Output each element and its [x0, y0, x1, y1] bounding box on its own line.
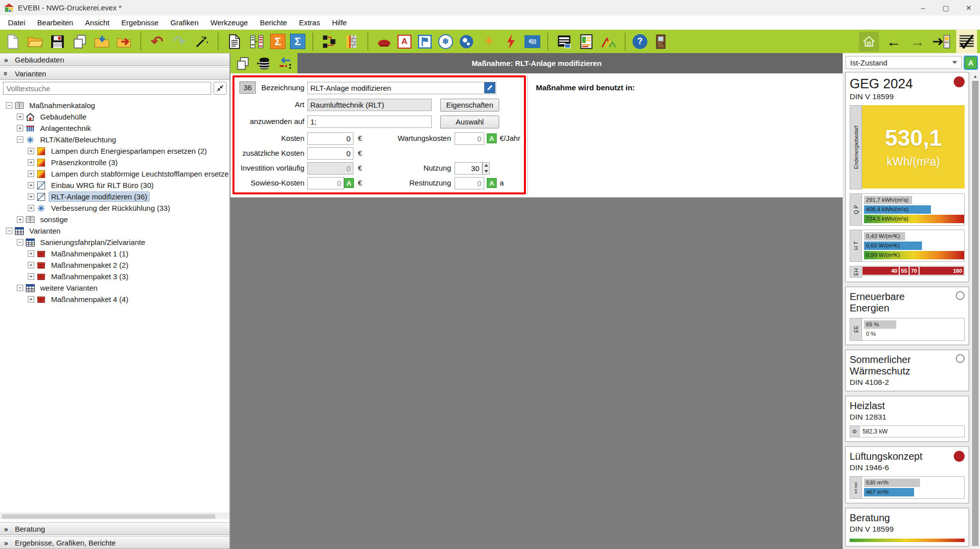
- help-icon[interactable]: ?: [633, 34, 647, 49]
- panel-header-varianten[interactable]: » Varianten: [0, 67, 230, 80]
- restnutzung-input[interactable]: [455, 177, 484, 189]
- notes-edit-icon[interactable]: [956, 30, 977, 53]
- sound-icon[interactable]: 4))): [524, 35, 540, 48]
- menu-item-extras[interactable]: Extras: [293, 15, 326, 30]
- scrollbar-thumb[interactable]: [972, 81, 979, 546]
- kosten-input[interactable]: [307, 132, 353, 145]
- redo-icon[interactable]: ↷: [171, 32, 188, 51]
- expand-toggle-icon[interactable]: +: [17, 216, 23, 223]
- report-page-icon[interactable]: [226, 32, 243, 51]
- tree-item[interactable]: +Lampen durch Energiesparlampen ersetzen…: [0, 145, 230, 157]
- tree-item[interactable]: +Maßnahmenpaket 4 (4): [0, 294, 230, 305]
- tree-item[interactable]: +RLT-Anlage modifizieren (36): [0, 191, 230, 202]
- tree-item[interactable]: +Gebäudehülle: [0, 111, 230, 122]
- tree-item[interactable]: −RLT/Kälte/Beleuchtung: [0, 134, 230, 145]
- menu-item-ansicht[interactable]: Ansicht: [79, 15, 115, 30]
- copy-icon[interactable]: [71, 32, 89, 51]
- door-icon[interactable]: [652, 32, 670, 51]
- nav-back-icon[interactable]: ←: [885, 32, 903, 51]
- cooling-icon[interactable]: ❄: [438, 34, 453, 49]
- expand-toggle-icon[interactable]: +: [28, 205, 34, 211]
- tree-item[interactable]: −Maßnahmenkatalog: [0, 100, 230, 111]
- moisture-icon[interactable]: [458, 32, 475, 51]
- sum-blue-icon[interactable]: Σ: [290, 34, 305, 49]
- sun-icon[interactable]: ☀: [480, 32, 498, 51]
- sum-orange-icon[interactable]: Σ: [270, 34, 286, 49]
- tree-item[interactable]: +Maßnahmenpaket 1 (1): [0, 248, 230, 259]
- expand-toggle-icon[interactable]: +: [28, 296, 34, 303]
- tree-item[interactable]: +Anlagentechnik: [0, 122, 230, 134]
- expand-toggle-icon[interactable]: +: [28, 159, 34, 166]
- auto-badge[interactable]: A: [965, 57, 977, 69]
- transfer-icon[interactable]: [277, 56, 292, 71]
- bezeichnung-input[interactable]: [307, 82, 496, 94]
- fulltext-search-input[interactable]: [3, 82, 211, 95]
- save-icon[interactable]: [49, 32, 66, 51]
- copy-measure-icon[interactable]: [235, 56, 250, 71]
- panel-header-ergebnisse[interactable]: » Ergebnisse, Grafiken, Berichte: [0, 536, 230, 549]
- menu-item-datei[interactable]: Datei: [2, 15, 31, 30]
- maximize-button[interactable]: ▢: [934, 0, 957, 15]
- energy-certificate-icon[interactable]: [577, 32, 595, 51]
- art-input[interactable]: [307, 99, 432, 111]
- scroll-up-icon[interactable]: ▲: [973, 72, 978, 80]
- roof-cap-icon[interactable]: [375, 32, 393, 51]
- expand-toggle-icon[interactable]: +: [28, 193, 34, 200]
- export-icon[interactable]: [115, 32, 133, 51]
- collapse-toggle-icon[interactable]: −: [6, 228, 12, 234]
- tree-item[interactable]: +Präsenzkontrolle (3): [0, 157, 230, 168]
- tree-item[interactable]: +Verbesserung der Rückkühlung (33): [0, 202, 230, 214]
- collapse-toggle-icon[interactable]: −: [17, 136, 23, 143]
- lightning-icon[interactable]: [502, 32, 520, 51]
- expand-toggle-icon[interactable]: +: [28, 273, 34, 280]
- close-button[interactable]: ✕: [957, 0, 980, 15]
- tree-item[interactable]: +Maßnahmenpaket 3 (3): [0, 271, 230, 282]
- collapse-toggle-icon[interactable]: −: [17, 285, 23, 291]
- wall-layers-icon[interactable]: [343, 32, 360, 51]
- schema-nodes-icon[interactable]: [320, 32, 338, 51]
- building-home-icon[interactable]: [859, 32, 879, 52]
- nav-exit-icon[interactable]: [932, 32, 950, 51]
- auswahl-button[interactable]: Auswahl: [440, 116, 499, 128]
- expand-toggle-icon[interactable]: +: [17, 114, 23, 120]
- tree-item[interactable]: −Sanierungsfahrplan/Zielvariante: [0, 237, 230, 248]
- auto-badge[interactable]: A: [344, 178, 354, 188]
- nutzung-input[interactable]: [455, 162, 482, 175]
- balance-columns-icon[interactable]: [248, 32, 266, 51]
- expand-toggle-icon[interactable]: +: [28, 148, 34, 154]
- report-list-icon[interactable]: [555, 32, 573, 51]
- undo-icon[interactable]: ↶: [148, 32, 166, 51]
- results-scrollbar[interactable]: ▲: [971, 72, 980, 549]
- menu-item-grafiken[interactable]: Grafiken: [165, 15, 205, 30]
- panel-header-gebaeudedaten[interactable]: » Gebäudedaten: [0, 53, 230, 66]
- state-selector-dropdown[interactable]: Ist-Zustand: [846, 56, 962, 69]
- tree-item[interactable]: +Lampen durch stabförmige Leuchtstofflam…: [0, 168, 230, 180]
- expand-toggle-icon[interactable]: +: [28, 182, 34, 188]
- menu-item-werkzeuge[interactable]: Werkzeuge: [205, 15, 254, 30]
- expand-toggle-icon[interactable]: +: [17, 125, 23, 131]
- import-icon[interactable]: [93, 32, 111, 51]
- tree-item[interactable]: +Einbau WRG für RLT Büro (30): [0, 180, 230, 191]
- nutzung-stepper[interactable]: [482, 162, 490, 175]
- tree-item[interactable]: +sonstige: [0, 214, 230, 225]
- tree-item[interactable]: +Maßnahmenpaket 2 (2): [0, 259, 230, 271]
- minimize-button[interactable]: –: [912, 0, 934, 15]
- wizard-icon[interactable]: [193, 32, 211, 51]
- collapse-toggle-icon[interactable]: −: [6, 102, 12, 109]
- edit-pencil-icon[interactable]: [484, 82, 495, 93]
- database-icon[interactable]: [256, 56, 271, 71]
- collapse-all-icon[interactable]: [214, 82, 227, 95]
- expand-toggle-icon[interactable]: +: [28, 262, 34, 268]
- nav-forward-icon[interactable]: →: [909, 32, 926, 51]
- menu-item-ergebnisse[interactable]: Ergebnisse: [115, 15, 165, 30]
- expand-toggle-icon[interactable]: +: [28, 250, 34, 257]
- wartungskosten-input[interactable]: [455, 132, 484, 145]
- collapse-toggle-icon[interactable]: −: [17, 239, 23, 245]
- zusatzkosten-input[interactable]: [307, 147, 353, 160]
- sowieso-input[interactable]: [307, 177, 344, 189]
- tree-item[interactable]: −Varianten: [0, 225, 230, 237]
- open-file-icon[interactable]: [26, 32, 44, 51]
- menu-item-berichte[interactable]: Berichte: [254, 15, 293, 30]
- heating-a-icon[interactable]: A: [398, 35, 411, 49]
- efficiency-arcs-icon[interactable]: [600, 32, 618, 51]
